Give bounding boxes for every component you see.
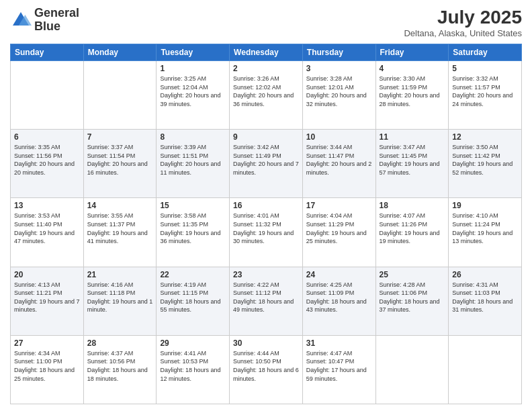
calendar-cell: 23Sunrise: 4:22 AM Sunset: 11:12 PM Dayl… [230,267,303,335]
day-info: Sunrise: 3:39 AM Sunset: 11:51 PM Daylig… [160,143,226,177]
logo-icon [10,9,32,31]
day-number: 22 [160,270,226,279]
calendar-cell: 3Sunrise: 3:28 AM Sunset: 12:01 AM Dayli… [302,61,375,130]
day-info: Sunrise: 3:32 AM Sunset: 11:57 PM Daylig… [452,75,518,108]
calendar-cell: 12Sunrise: 3:50 AM Sunset: 11:42 PM Dayl… [449,130,522,198]
day-info: Sunrise: 4:13 AM Sunset: 11:21 PM Daylig… [14,281,80,314]
day-number: 9 [233,132,299,142]
calendar-table: SundayMondayTuesdayWednesdayThursdayFrid… [10,44,522,404]
calendar-cell: 1Sunrise: 3:25 AM Sunset: 12:04 AM Dayli… [157,61,230,130]
day-number: 20 [14,270,80,279]
calendar-cell: 17Sunrise: 4:04 AM Sunset: 11:29 PM Dayl… [302,198,375,267]
day-info: Sunrise: 4:47 AM Sunset: 10:47 PM Daylig… [306,349,372,383]
day-number: 5 [452,64,518,73]
day-number: 8 [160,132,226,142]
day-info: Sunrise: 4:37 AM Sunset: 10:56 PM Daylig… [87,349,153,383]
calendar-cell: 28Sunrise: 4:37 AM Sunset: 10:56 PM Dayl… [83,335,157,404]
day-info: Sunrise: 4:22 AM Sunset: 11:12 PM Daylig… [233,281,299,314]
day-info: Sunrise: 3:42 AM Sunset: 11:49 PM Daylig… [233,143,299,177]
calendar-cell: 10Sunrise: 3:44 AM Sunset: 11:47 PM Dayl… [302,130,375,198]
day-number: 28 [87,338,153,348]
day-info: Sunrise: 4:25 AM Sunset: 11:09 PM Daylig… [306,281,372,314]
day-info: Sunrise: 3:37 AM Sunset: 11:54 PM Daylig… [87,143,153,177]
calendar-week-row: 27Sunrise: 4:34 AM Sunset: 11:00 PM Dayl… [11,335,522,404]
day-number: 15 [160,201,226,210]
calendar-cell: 4Sunrise: 3:30 AM Sunset: 11:59 PM Dayli… [375,61,449,130]
day-info: Sunrise: 3:47 AM Sunset: 11:45 PM Daylig… [380,143,445,177]
day-info: Sunrise: 4:19 AM Sunset: 11:15 PM Daylig… [160,281,226,314]
day-number: 10 [306,132,372,142]
calendar-cell: 22Sunrise: 4:19 AM Sunset: 11:15 PM Dayl… [157,267,230,335]
calendar-cell: 29Sunrise: 4:41 AM Sunset: 10:53 PM Dayl… [157,335,230,404]
calendar-week-row: 1Sunrise: 3:25 AM Sunset: 12:04 AM Dayli… [11,61,522,130]
col-header-tuesday: Tuesday [157,44,230,61]
day-number: 13 [14,201,80,210]
calendar-cell: 6Sunrise: 3:35 AM Sunset: 11:56 PM Dayli… [11,130,84,198]
day-number: 29 [160,338,226,348]
day-number: 24 [306,270,372,279]
calendar-cell [11,61,84,130]
calendar-cell: 26Sunrise: 4:31 AM Sunset: 11:03 PM Dayl… [449,267,522,335]
day-number: 14 [87,201,153,210]
day-number: 12 [452,132,518,142]
calendar-cell: 19Sunrise: 4:10 AM Sunset: 11:24 PM Dayl… [449,198,522,267]
day-number: 30 [233,338,299,348]
day-info: Sunrise: 3:58 AM Sunset: 11:35 PM Daylig… [160,212,226,245]
calendar-week-row: 20Sunrise: 4:13 AM Sunset: 11:21 PM Dayl… [11,267,522,335]
calendar-cell: 9Sunrise: 3:42 AM Sunset: 11:49 PM Dayli… [230,130,303,198]
title-block: July 2025 Deltana, Alaska, United States [404,7,522,38]
day-number: 2 [233,64,299,73]
calendar-cell: 7Sunrise: 3:37 AM Sunset: 11:54 PM Dayli… [83,130,157,198]
calendar-cell: 21Sunrise: 4:16 AM Sunset: 11:18 PM Dayl… [83,267,157,335]
page: General Blue July 2025 Deltana, Alaska, … [0,0,532,411]
day-number: 6 [14,132,80,142]
calendar-cell: 13Sunrise: 3:53 AM Sunset: 11:40 PM Dayl… [11,198,84,267]
calendar-cell: 31Sunrise: 4:47 AM Sunset: 10:47 PM Dayl… [302,335,375,404]
day-info: Sunrise: 3:50 AM Sunset: 11:42 PM Daylig… [452,143,518,177]
day-info: Sunrise: 3:55 AM Sunset: 11:37 PM Daylig… [87,212,153,245]
calendar-cell: 30Sunrise: 4:44 AM Sunset: 10:50 PM Dayl… [230,335,303,404]
location-text: Deltana, Alaska, United States [404,28,522,38]
calendar-cell: 25Sunrise: 4:28 AM Sunset: 11:06 PM Dayl… [375,267,449,335]
col-header-wednesday: Wednesday [230,44,303,61]
day-info: Sunrise: 3:53 AM Sunset: 11:40 PM Daylig… [14,212,80,245]
day-number: 27 [14,338,80,348]
day-info: Sunrise: 4:10 AM Sunset: 11:24 PM Daylig… [452,212,518,245]
day-number: 21 [87,270,153,279]
calendar-cell: 20Sunrise: 4:13 AM Sunset: 11:21 PM Dayl… [11,267,84,335]
calendar-cell [83,61,157,130]
calendar-cell: 15Sunrise: 3:58 AM Sunset: 11:35 PM Dayl… [157,198,230,267]
col-header-saturday: Saturday [449,44,522,61]
col-header-monday: Monday [83,44,157,61]
day-number: 4 [380,64,445,73]
day-number: 19 [452,201,518,210]
logo-line1: General [34,7,79,20]
calendar-week-row: 6Sunrise: 3:35 AM Sunset: 11:56 PM Dayli… [11,130,522,198]
calendar-cell: 8Sunrise: 3:39 AM Sunset: 11:51 PM Dayli… [157,130,230,198]
day-info: Sunrise: 4:04 AM Sunset: 11:29 PM Daylig… [306,212,372,245]
day-info: Sunrise: 3:28 AM Sunset: 12:01 AM Daylig… [306,75,372,108]
col-header-thursday: Thursday [302,44,375,61]
calendar-header-row: SundayMondayTuesdayWednesdayThursdayFrid… [11,44,522,61]
col-header-friday: Friday [375,44,449,61]
header: General Blue July 2025 Deltana, Alaska, … [10,7,522,38]
day-number: 7 [87,132,153,142]
day-info: Sunrise: 4:16 AM Sunset: 11:18 PM Daylig… [87,281,153,314]
day-info: Sunrise: 4:28 AM Sunset: 11:06 PM Daylig… [380,281,445,314]
day-number: 25 [380,270,445,279]
calendar-cell: 18Sunrise: 4:07 AM Sunset: 11:26 PM Dayl… [375,198,449,267]
day-number: 3 [306,64,372,73]
calendar-cell: 11Sunrise: 3:47 AM Sunset: 11:45 PM Dayl… [375,130,449,198]
day-info: Sunrise: 4:44 AM Sunset: 10:50 PM Daylig… [233,349,299,383]
day-number: 11 [380,132,445,142]
day-number: 16 [233,201,299,210]
day-info: Sunrise: 4:31 AM Sunset: 11:03 PM Daylig… [452,281,518,314]
day-number: 1 [160,64,226,73]
calendar-cell: 27Sunrise: 4:34 AM Sunset: 11:00 PM Dayl… [11,335,84,404]
calendar-cell: 16Sunrise: 4:01 AM Sunset: 11:32 PM Dayl… [230,198,303,267]
day-info: Sunrise: 3:30 AM Sunset: 11:59 PM Daylig… [380,75,445,108]
day-info: Sunrise: 4:01 AM Sunset: 11:32 PM Daylig… [233,212,299,245]
day-number: 31 [306,338,372,348]
calendar-cell: 14Sunrise: 3:55 AM Sunset: 11:37 PM Dayl… [83,198,157,267]
calendar-cell: 24Sunrise: 4:25 AM Sunset: 11:09 PM Dayl… [302,267,375,335]
